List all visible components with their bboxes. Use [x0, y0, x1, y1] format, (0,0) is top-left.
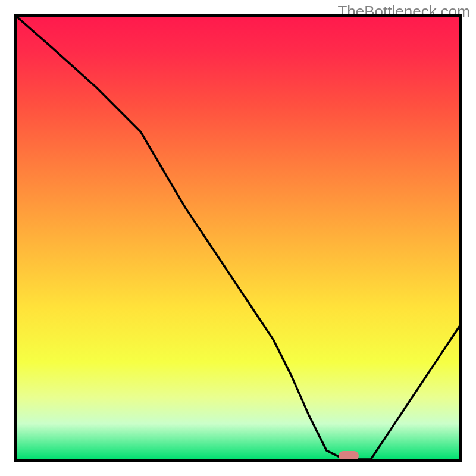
curve-layer [17, 17, 459, 459]
bottleneck-chart: TheBottleneck.com [0, 0, 476, 476]
plot-area [17, 17, 459, 459]
watermark-text: TheBottleneck.com [337, 2, 470, 21]
optimal-marker [339, 451, 359, 459]
bottleneck-curve-path [17, 17, 459, 459]
